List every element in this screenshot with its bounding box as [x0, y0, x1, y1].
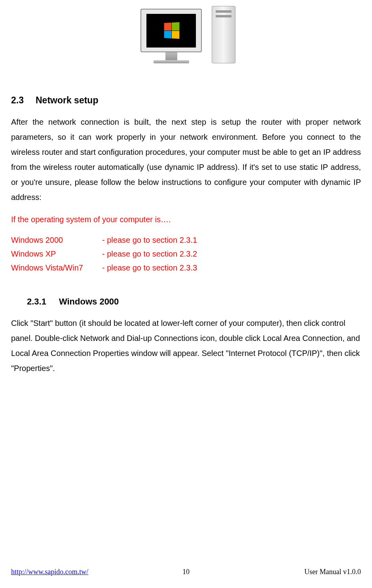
subsection-title: Windows 2000 — [59, 297, 119, 306]
section-heading: 2.3Network setup — [11, 95, 361, 106]
monitor-stand — [165, 52, 177, 60]
os-row: Windows Vista/Win7 - please go to sectio… — [11, 261, 361, 275]
monitor-inner — [146, 14, 196, 48]
footer-page-number: 10 — [182, 568, 190, 576]
os-row: Windows XP - please go to section 2.3.2 — [11, 247, 361, 261]
computer-wrap — [137, 4, 235, 63]
os-name: Windows Vista/Win7 — [11, 261, 102, 275]
subsection-heading: 2.3.1Windows 2000 — [27, 297, 361, 307]
windows2000-paragraph: Click "Start" button (it should be locat… — [11, 316, 361, 376]
os-instruction: - please go to section 2.3.2 — [102, 247, 197, 261]
os-table: Windows 2000 - please go to section 2.3.… — [11, 233, 361, 275]
page-footer: http://www.sapido.com.tw/ 10 User Manual… — [11, 568, 361, 576]
os-name: Windows XP — [11, 247, 102, 261]
computer-tower — [212, 6, 235, 63]
intro-paragraph: After the network connection is built, t… — [11, 114, 361, 205]
windows-logo-icon — [164, 22, 179, 39]
computer-illustration — [11, 4, 361, 63]
monitor-base — [154, 60, 189, 63]
section-title: Network setup — [36, 95, 98, 105]
os-instruction: - please go to section 2.3.1 — [102, 233, 197, 247]
os-prompt: If the operating system of your computer… — [11, 213, 361, 226]
footer-version: User Manual v1.0.0 — [304, 568, 361, 576]
os-name: Windows 2000 — [11, 233, 102, 247]
subsection-number: 2.3.1 — [27, 297, 46, 306]
section-number: 2.3 — [11, 95, 24, 105]
os-instruction: - please go to section 2.3.3 — [102, 261, 197, 275]
os-row: Windows 2000 - please go to section 2.3.… — [11, 233, 361, 247]
monitor-screen — [140, 9, 202, 52]
monitor — [137, 9, 206, 63]
footer-url: http://www.sapido.com.tw/ — [11, 568, 88, 576]
